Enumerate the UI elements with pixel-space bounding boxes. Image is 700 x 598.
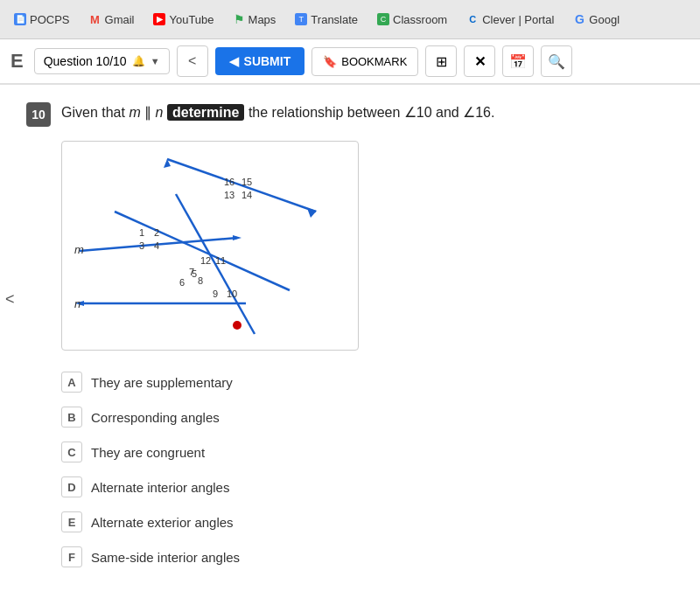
bookmark-button[interactable]: 🔖 BOOKMARK	[312, 47, 418, 76]
chevron-down-icon: ▼	[150, 56, 160, 66]
answer-choice-e[interactable]: E Alternate exterior angles	[61, 508, 674, 536]
youtube-icon: ▶	[153, 13, 165, 25]
answer-choice-d[interactable]: D Alternate interior angles	[61, 473, 674, 501]
submit-arrow-icon: ◀	[229, 54, 239, 68]
svg-text:4: 4	[154, 240, 159, 251]
svg-text:8: 8	[198, 275, 203, 286]
svg-text:6: 6	[179, 277, 185, 288]
svg-text:13: 13	[224, 190, 234, 200]
bookmark-icon: 🔖	[323, 55, 337, 68]
choice-text-f: Same-side interior angles	[91, 550, 240, 565]
svg-marker-1	[233, 235, 242, 240]
clever-icon: C	[466, 13, 479, 25]
tab-clever[interactable]: C Clever | Portal	[459, 10, 561, 30]
answer-choice-a[interactable]: A They are supplementary	[61, 368, 674, 396]
tab-translate[interactable]: T Translate	[288, 10, 365, 30]
svg-text:15: 15	[242, 177, 252, 187]
choice-text-b: Corresponding angles	[91, 410, 220, 425]
translate-icon: T	[295, 13, 307, 25]
question-text-after: the relationship between ∠10 and ∠16.	[248, 105, 495, 120]
tab-classroom[interactable]: C Classroom	[370, 10, 454, 30]
tab-youtube[interactable]: ▶ YouTube	[146, 10, 220, 30]
answer-choices: A They are supplementary B Corresponding…	[61, 368, 674, 571]
close-icon: ✕	[474, 53, 486, 70]
choice-letter-a: A	[61, 372, 82, 393]
submit-button[interactable]: ◀ SUBMIT	[215, 47, 305, 75]
choice-letter-f: F	[61, 546, 82, 567]
answer-choice-b[interactable]: B Corresponding angles	[61, 403, 674, 431]
svg-text:9: 9	[213, 289, 218, 299]
search-icon: 🔍	[548, 53, 565, 70]
tab-maps[interactable]: ⚑ Maps	[227, 9, 284, 30]
svg-text:1: 1	[139, 227, 144, 238]
svg-text:14: 14	[242, 190, 252, 200]
choice-text-d: Alternate interior angles	[91, 480, 229, 495]
svg-marker-7	[307, 208, 317, 218]
tab-gmail[interactable]: M Gmail	[82, 10, 142, 30]
prev-button[interactable]: <	[177, 45, 208, 77]
svg-text:10: 10	[227, 289, 237, 299]
answer-choice-c[interactable]: C They are congruent	[61, 438, 674, 466]
calendar-icon: 📅	[509, 53, 527, 70]
grid-button[interactable]: ⊞	[425, 45, 457, 77]
svg-text:2: 2	[154, 227, 159, 238]
app-logo: E	[10, 50, 24, 73]
chevron-left-icon: <	[188, 53, 196, 69]
drive-icon: 📄	[14, 13, 26, 25]
question-selector[interactable]: Question 10/10 🔔 ▼	[34, 48, 170, 74]
question-number: 10	[26, 102, 51, 127]
svg-text:n: n	[74, 297, 80, 310]
app-toolbar: E Question 10/10 🔔 ▼ < ◀ SUBMIT 🔖 BOOKMA…	[0, 39, 700, 85]
choice-letter-e: E	[61, 511, 82, 532]
determine-highlight: determine	[167, 104, 244, 121]
choice-text-a: They are supplementary	[91, 375, 233, 390]
google-icon: G	[573, 13, 585, 25]
maps-icon: ⚑	[234, 12, 245, 26]
main-content: < 10 Given that m ∥ n determine the rela…	[0, 85, 700, 598]
question-header: 10 Given that m ∥ n determine the relati…	[26, 102, 674, 127]
tab-google[interactable]: G Googl	[566, 10, 626, 30]
sidebar-toggle[interactable]: <	[0, 282, 20, 317]
choice-text-e: Alternate exterior angles	[91, 515, 234, 530]
close-button[interactable]: ✕	[464, 45, 495, 77]
choice-text-c: They are congruent	[91, 445, 205, 460]
answer-choice-f[interactable]: F Same-side interior angles	[61, 543, 674, 571]
tab-pocps[interactable]: 📄 POCPS	[7, 10, 77, 30]
svg-text:3: 3	[139, 240, 144, 251]
diagram: m n 16 15 13 14 1 2 3	[61, 141, 359, 351]
choice-letter-c: C	[61, 442, 82, 462]
grid-icon: ⊞	[436, 53, 447, 70]
svg-text:7: 7	[189, 267, 194, 277]
browser-toolbar: 📄 POCPS M Gmail ▶ YouTube ⚑ Maps T Trans…	[0, 0, 700, 39]
gmail-icon: M	[89, 13, 102, 25]
svg-text:12: 12	[200, 255, 211, 266]
selector-icon: 🔔	[132, 55, 145, 67]
svg-text:m: m	[74, 243, 84, 256]
choice-letter-b: B	[61, 407, 82, 428]
svg-text:11: 11	[215, 255, 226, 266]
svg-point-10	[233, 321, 242, 330]
classroom-icon: C	[377, 13, 389, 25]
question-text: Given that m ∥ n determine the relations…	[61, 102, 674, 123]
svg-text:16: 16	[224, 177, 234, 187]
search-button[interactable]: 🔍	[541, 45, 572, 77]
calendar-button[interactable]: 📅	[502, 45, 534, 77]
choice-letter-d: D	[61, 476, 82, 497]
